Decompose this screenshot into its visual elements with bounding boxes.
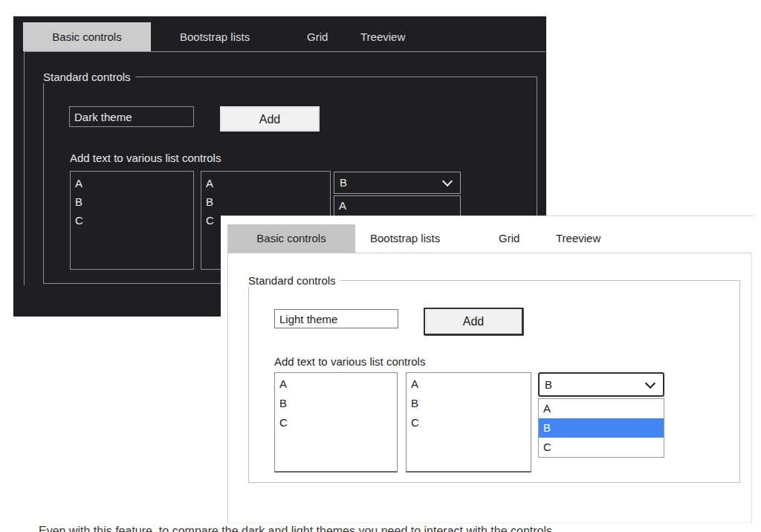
tab-basic-controls[interactable]: Basic controls: [227, 224, 355, 253]
list-item[interactable]: B: [407, 394, 531, 413]
tab-content-area: Standard controls Add Add text to variou…: [227, 253, 752, 523]
chevron-down-icon: [645, 377, 655, 388]
combobox-dropdown: A B C: [538, 398, 664, 458]
tab-grid[interactable]: Grid: [307, 22, 328, 51]
list-item[interactable]: C: [407, 413, 531, 432]
combobox-select[interactable]: B: [538, 372, 664, 397]
theme-text-input[interactable]: [69, 106, 194, 127]
combobox-value: B: [545, 378, 552, 391]
combobox-select[interactable]: B: [334, 172, 461, 194]
combobox-value: B: [340, 176, 347, 189]
chevron-down-icon: [442, 176, 453, 186]
caption-clipped: Even with this feature, to compare the d…: [39, 525, 552, 532]
dropdown-option[interactable]: A: [539, 399, 664, 418]
listbox-2[interactable]: A B C: [406, 372, 531, 473]
list-item[interactable]: B: [275, 394, 397, 413]
list-item[interactable]: A: [201, 174, 330, 192]
list-item[interactable]: C: [275, 413, 397, 432]
tab-bootstrap-lists[interactable]: Bootstrap lists: [180, 22, 250, 51]
list-item[interactable]: C: [71, 211, 193, 230]
dropdown-option-highlighted[interactable]: B: [539, 418, 664, 438]
add-button[interactable]: Add: [424, 308, 523, 335]
list-item[interactable]: A: [407, 374, 531, 394]
list-controls-label: Add text to various list controls: [274, 355, 425, 368]
listbox-1[interactable]: A B C: [70, 171, 194, 270]
list-item[interactable]: B: [201, 192, 330, 211]
list-item[interactable]: A: [275, 374, 397, 394]
tab-bootstrap-lists[interactable]: Bootstrap lists: [370, 224, 440, 253]
tab-basic-controls[interactable]: Basic controls: [23, 22, 151, 51]
listbox-1[interactable]: A B C: [274, 372, 398, 473]
dropdown-option[interactable]: A: [334, 196, 460, 215]
list-controls-label: Add text to various list controls: [70, 152, 221, 164]
groupbox-label: Standard controls: [248, 274, 340, 287]
add-button[interactable]: Add: [220, 106, 320, 132]
tab-grid[interactable]: Grid: [499, 224, 519, 253]
groupbox-label: Standard controls: [43, 71, 135, 83]
tab-treeview[interactable]: Treeview: [556, 224, 600, 253]
list-item[interactable]: B: [71, 192, 193, 211]
dropdown-option[interactable]: C: [539, 438, 664, 457]
theme-text-input[interactable]: [274, 309, 398, 328]
light-theme-panel: Basic controls Bootstrap lists Grid Tree…: [221, 215, 753, 524]
standard-controls-groupbox: Standard controls Add Add text to variou…: [248, 280, 740, 483]
list-item[interactable]: A: [71, 174, 193, 192]
tab-treeview[interactable]: Treeview: [360, 22, 405, 51]
